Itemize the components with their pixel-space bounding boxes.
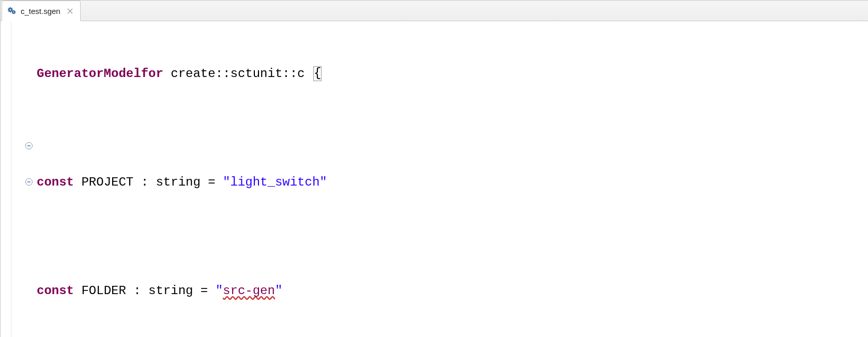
fold-toggle[interactable] — [25, 178, 33, 186]
code-line: GeneratorModel for create::sctunit::c { — [37, 65, 868, 83]
svg-point-3 — [13, 12, 14, 13]
tab-filename: c_test.sgen — [21, 7, 60, 16]
cursor-box: { — [313, 66, 322, 81]
code-line: const FOLDER : string = "src-gen" — [37, 282, 868, 300]
svg-line-11 — [8, 11, 9, 12]
tab-bar: c_test.sgen — [1, 1, 868, 21]
code-line: const PROJECT : string = "light_switch" — [37, 173, 868, 191]
code-line — [37, 119, 868, 137]
svg-line-8 — [8, 8, 9, 8]
editor[interactable]: GeneratorModel for create::sctunit::c { … — [1, 21, 868, 337]
svg-line-9 — [12, 11, 12, 12]
gutter — [1, 21, 34, 337]
svg-line-10 — [12, 8, 12, 8]
code-area[interactable]: GeneratorModel for create::sctunit::c { … — [34, 21, 868, 337]
editor-tab[interactable]: c_test.sgen — [2, 1, 81, 21]
code-line — [37, 227, 868, 246]
close-icon[interactable] — [67, 7, 74, 14]
svg-point-2 — [10, 9, 11, 11]
fold-toggle[interactable] — [25, 142, 33, 149]
gears-icon — [7, 6, 17, 16]
